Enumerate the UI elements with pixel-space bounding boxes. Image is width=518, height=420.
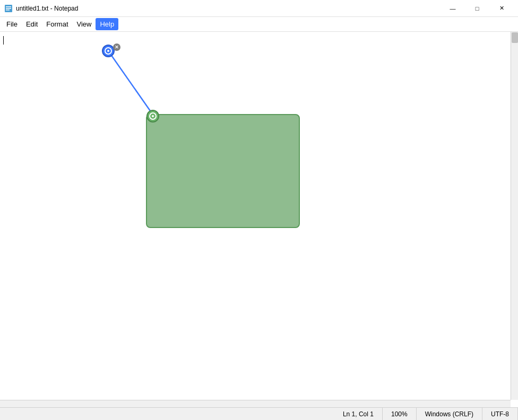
menu-format[interactable]: Format <box>42 18 72 30</box>
menu-help[interactable]: Help <box>96 18 118 30</box>
svg-line-4 <box>108 51 154 116</box>
status-line-ending: Windows (CRLF) <box>417 408 482 420</box>
title-bar: untitled1.txt - Notepad — □ ✕ <box>0 0 518 17</box>
green-rectangle <box>146 114 300 228</box>
close-button[interactable]: ✕ <box>489 0 514 17</box>
status-encoding: UTF-8 <box>482 408 518 420</box>
maximize-button[interactable]: □ <box>465 0 489 17</box>
close-badge-icon[interactable]: ✕ <box>113 43 120 51</box>
svg-rect-3 <box>6 10 10 11</box>
svg-rect-1 <box>6 6 11 7</box>
menu-view[interactable]: View <box>73 18 96 30</box>
menu-edit[interactable]: Edit <box>22 18 42 30</box>
horizontal-scrollbar[interactable] <box>0 400 511 407</box>
text-cursor <box>3 36 4 45</box>
status-bar: Ln 1, Col 1 100% Windows (CRLF) UTF-8 <box>0 407 518 420</box>
target-center-dot-2 <box>152 115 154 117</box>
window-title: untitled1.txt - Notepad <box>16 5 441 12</box>
main-editor-area[interactable]: ✕ <box>0 32 518 407</box>
bottom-target-icon[interactable] <box>146 110 159 122</box>
target-inner-ring <box>105 47 112 55</box>
target-center-dot <box>107 50 109 52</box>
menu-bar: File Edit Format View Help <box>0 17 518 32</box>
menu-file[interactable]: File <box>2 18 22 30</box>
vertical-scrollbar[interactable] <box>511 32 518 400</box>
minimize-button[interactable]: — <box>441 0 465 17</box>
app-icon <box>4 4 13 13</box>
svg-rect-2 <box>6 8 11 9</box>
target-inner-ring-2 <box>149 112 157 120</box>
scrollbar-thumb[interactable] <box>512 32 518 43</box>
status-zoom: 100% <box>383 408 417 420</box>
window-controls: — □ ✕ <box>441 0 514 17</box>
status-position: Ln 1, Col 1 <box>334 408 383 420</box>
